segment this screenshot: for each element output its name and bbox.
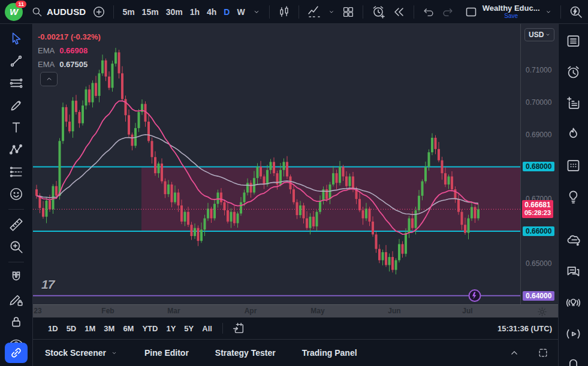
interval-4h[interactable]: 4h (203, 5, 220, 19)
streams-button[interactable] (562, 324, 584, 344)
chart-settings-button[interactable] (586, 3, 588, 21)
time-axis-settings-button[interactable] (534, 305, 550, 319)
layout-menu-button[interactable] (541, 6, 556, 18)
legend-collapse-button[interactable] (40, 72, 58, 86)
add-to-watchlist-button[interactable] (562, 93, 584, 113)
range-5d[interactable]: 5D (62, 322, 81, 335)
search-icon (31, 6, 43, 18)
watchlist-button[interactable] (562, 31, 584, 51)
chat-button[interactable] (562, 262, 584, 282)
layout-templates-button[interactable] (339, 4, 358, 20)
tab-strategy-tester[interactable]: Strategy Tester (215, 348, 276, 358)
chart-style-button[interactable] (275, 4, 294, 20)
range-ytd[interactable]: YTD (138, 322, 162, 335)
symbol-search-button[interactable]: AUDUSD (28, 4, 89, 20)
trend-line-tool-button[interactable] (8, 53, 24, 69)
ema-2-row[interactable]: EMA 0.67505 (38, 58, 101, 71)
hotlists-button[interactable] (562, 125, 584, 144)
zoom-in-tool-button[interactable] (8, 239, 24, 255)
layout-name-button[interactable]: Wealthy Educ... Save (483, 4, 540, 20)
ema-1-value: 0.66908 (59, 44, 88, 58)
candle-body (273, 162, 275, 173)
notifications-button[interactable] (562, 355, 584, 366)
chart-pane[interactable]: USD 0.710000.700000.690000.670000.65000 … (33, 24, 558, 317)
candle-body (319, 201, 321, 212)
price-scale[interactable]: USD 0.710000.700000.690000.670000.65000 … (520, 24, 558, 304)
horizontal-lines-tool-button[interactable] (8, 75, 24, 91)
main-menu-logo[interactable]: W 11 (5, 3, 23, 21)
candle-body (424, 167, 427, 181)
chevron-down-icon (110, 349, 118, 357)
range-5y[interactable]: 5Y (180, 322, 198, 335)
go-to-date-button[interactable] (229, 320, 248, 337)
candlestick-chart[interactable] (33, 24, 520, 304)
range-6m[interactable]: 6M (119, 322, 138, 335)
panel-maximize-button[interactable] (534, 345, 552, 361)
currency-dropdown[interactable]: USD (524, 28, 554, 41)
alerts-button[interactable] (562, 62, 584, 82)
time-axis[interactable]: 23FebMarAprMayJunJul (33, 304, 558, 317)
undo-button[interactable] (419, 4, 438, 20)
brush-tool-button[interactable] (8, 98, 24, 113)
range-all[interactable]: All (198, 322, 216, 335)
range-1y[interactable]: 1Y (162, 322, 180, 335)
panel-expand-button[interactable] (505, 345, 523, 361)
measure-tool-button[interactable] (8, 217, 24, 232)
range-3m[interactable]: 3M (99, 322, 119, 335)
sync-drawings-button[interactable] (5, 343, 28, 363)
pattern-tool-button[interactable] (8, 142, 24, 158)
tab-pine-editor[interactable]: Pine Editor (144, 348, 189, 358)
indicators-button[interactable] (304, 3, 324, 21)
toolbar-separator (560, 5, 561, 19)
candle-body (101, 61, 104, 74)
session-clock[interactable]: 15:31:36 (UTC) (497, 324, 553, 333)
tab-stock-screener[interactable]: Stock Screener (45, 348, 118, 358)
candle-body (438, 149, 440, 161)
tradingview-app: W 11 AUDUSD 5m15m30m1h4hDW (0, 0, 588, 366)
candle-body (220, 192, 222, 202)
candle-body (378, 249, 381, 261)
interval-30m[interactable]: 30m (162, 5, 186, 19)
interval-menu-button[interactable] (249, 5, 264, 19)
fib-retracement-tool-button[interactable] (8, 164, 24, 180)
bar-replay-button[interactable] (388, 3, 409, 21)
interval-5m[interactable]: 5m (119, 5, 138, 19)
redo-button[interactable] (438, 4, 457, 20)
range-1d[interactable]: 1D (44, 322, 62, 335)
ideas-button[interactable] (562, 187, 584, 207)
chevron-down-icon (252, 7, 261, 17)
layout-select-button[interactable] (461, 3, 481, 21)
emoji-tool-button[interactable] (8, 186, 24, 202)
candle-body (210, 208, 213, 218)
magnet-mode-button[interactable] (8, 270, 24, 285)
quick-search-button[interactable] (566, 3, 586, 21)
link-icon (10, 346, 23, 359)
tab-trading-panel[interactable]: Trading Panel (302, 348, 357, 358)
live-ideas-button[interactable] (562, 293, 584, 313)
compare-add-symbol-button[interactable] (89, 4, 108, 20)
interval-1h[interactable]: 1h (186, 5, 203, 19)
ema-1-row[interactable]: EMA 0.66908 (38, 44, 101, 58)
candle-body (382, 252, 384, 260)
price-tick: 0.70000 (526, 98, 551, 107)
cursor-tool-button[interactable] (8, 31, 24, 47)
candle-body (65, 107, 68, 122)
save-layout-link[interactable]: Save (504, 12, 518, 20)
range-buttons: 1D5D1M3M6MYTD1Y5YAll (44, 322, 216, 335)
indicators-menu-button[interactable] (324, 6, 339, 18)
calendar-button[interactable] (562, 156, 584, 176)
candle-body (345, 177, 348, 186)
candle-body (207, 208, 209, 218)
toolbar-separator (8, 209, 24, 210)
candle-body (59, 141, 61, 195)
range-1m[interactable]: 1M (80, 322, 99, 335)
interval-15m[interactable]: 15m (138, 5, 162, 19)
interval-D[interactable]: D (220, 5, 233, 19)
drawing-mode-button[interactable] (8, 292, 24, 307)
interval-W[interactable]: W (233, 5, 248, 19)
chevron-up-icon (45, 75, 53, 83)
create-alert-button[interactable] (368, 3, 388, 21)
lock-drawings-button[interactable] (8, 314, 24, 329)
text-tool-button[interactable] (8, 120, 24, 135)
minds-button[interactable] (562, 231, 584, 250)
